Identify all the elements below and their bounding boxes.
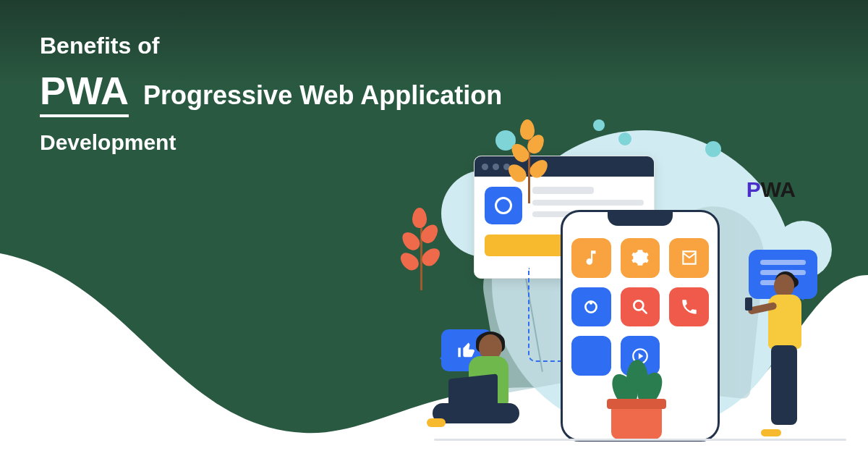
pwa-badge-p: P	[746, 177, 761, 201]
heading-line-2-rest: Progressive Web Application	[143, 80, 502, 110]
heading-line-1: Benefits of	[40, 33, 502, 59]
person-standing-phone	[754, 273, 819, 439]
plant-pot	[611, 405, 662, 439]
orange-plant	[503, 117, 553, 203]
blank-icon	[571, 336, 611, 376]
browser-highlight-block	[485, 235, 571, 256]
decorative-dot	[705, 141, 721, 157]
pwa-badge: PWA	[746, 177, 796, 202]
phone-icon	[669, 287, 709, 327]
decorative-dot	[618, 132, 631, 145]
phone-notch	[608, 210, 673, 226]
svg-point-1	[590, 301, 592, 304]
ground-line	[434, 439, 846, 441]
person-sitting-laptop	[427, 334, 542, 439]
music-icon	[571, 238, 611, 278]
search-icon	[621, 287, 660, 327]
pwa-badge-wa: WA	[761, 177, 796, 201]
heading-line-2: PWA Progressive Web Application	[40, 68, 502, 117]
app-grid	[571, 238, 709, 376]
illustration-scene: PWA	[405, 127, 854, 452]
browser-titlebar	[475, 156, 654, 177]
mail-icon	[669, 238, 709, 278]
logo-icon	[571, 287, 611, 327]
red-plant	[395, 203, 446, 290]
decorative-dot	[593, 119, 605, 131]
settings-icon	[621, 238, 660, 278]
empty-slot	[669, 336, 709, 376]
pwa-acronym: PWA	[40, 68, 129, 117]
